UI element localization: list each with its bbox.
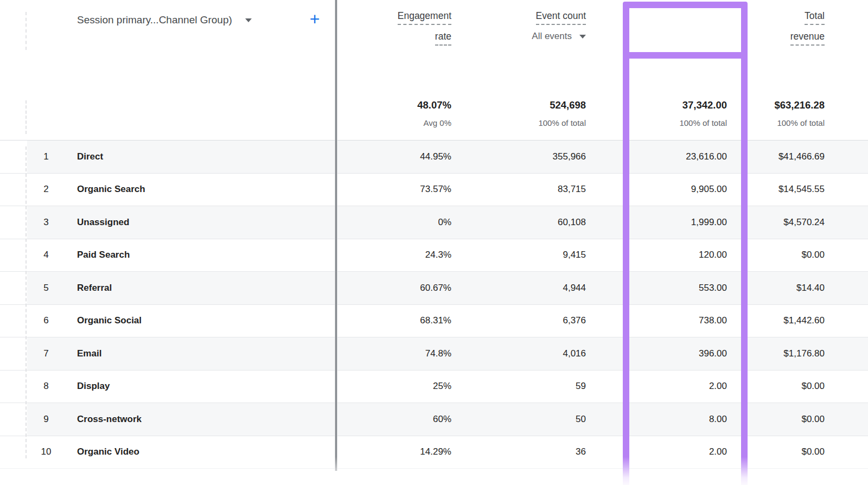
table-row: 7 Email 74.8% 4,016 396.00 $1,176.80 [0,337,868,371]
engagement-rate-cell: 14.29% [336,446,457,457]
engagement-rate-cell: 25% [336,381,457,392]
event-count-cell: 4,016 [457,348,591,359]
summary-engagement-sub: Avg 0% [424,118,451,127]
table-header-section: Session primary...Channel Group) + Engag… [0,0,868,141]
channel-cell: Direct [65,151,336,162]
channel-cell: Email [65,348,336,359]
engagement-rate-label-line2[interactable]: rate [435,31,451,46]
row-gutter [0,436,27,469]
channel-cell: Display [65,381,336,392]
event-count-filter-label[interactable]: All events [532,31,572,42]
total-revenue-cell: $14,545.55 [732,184,868,195]
event-count-filter-dropdown[interactable]: All events [532,31,586,42]
event-count-label[interactable]: Event count [536,10,586,25]
row-index: 3 [27,217,65,228]
total-revenue-cell: $1,176.80 [732,348,868,359]
table-row: 1 Direct 44.95% 355,966 23,616.00 $41,46… [0,141,868,174]
total-revenue-cell: $41,466.69 [732,151,868,162]
channel-cell: Organic Social [65,315,336,326]
table-row: 6 Organic Social 68.31% 6,376 738.00 $1,… [0,305,868,338]
channel-cell: Cross-network [65,414,336,425]
row-gutter [0,174,27,206]
key-events-cell: 8.00 [591,414,732,425]
row-gutter [0,141,27,173]
summary-event-count-sub: 100% of total [538,118,586,127]
chevron-down-icon[interactable] [720,35,727,39]
engagement-rate-label-line1[interactable]: Engagement [398,10,451,25]
event-count-cell: 355,966 [457,151,591,162]
row-index: 9 [27,414,65,425]
total-revenue-label-line1[interactable]: Total [805,10,825,25]
key-events-cell: 553.00 [591,283,732,293]
event-count-cell: 83,715 [457,184,591,195]
engagement-rate-cell: 44.95% [336,151,457,162]
summary-key-events-value: 37,342.00 [682,99,727,111]
key-events-cell: 396.00 [591,348,732,359]
chevron-down-icon[interactable] [579,35,586,39]
column-pane-divider [335,0,337,471]
table-body: 1 Direct 44.95% 355,966 23,616.00 $41,46… [0,141,868,469]
key-events-filter-label[interactable]: All events [673,31,713,42]
column-header-total-revenue: Total revenue [790,10,825,46]
row-index: 4 [27,250,65,260]
summary-total-revenue-sub: 100% of total [777,118,825,127]
key-events-cell: 1,999.00 [591,217,732,228]
table-row: 5 Referral 60.67% 4,944 553.00 $14.40 [0,272,868,305]
row-gutter [0,337,27,370]
total-revenue-cell: $0.00 [732,250,868,260]
channel-cell: Organic Video [65,446,336,457]
total-revenue-cell: $0.00 [732,414,868,425]
engagement-rate-cell: 68.31% [336,315,457,326]
total-revenue-label-line2[interactable]: revenue [790,31,825,46]
row-gutter [0,239,27,272]
event-count-cell: 50 [457,414,591,425]
row-gutter [0,272,27,304]
total-revenue-cell: $0.00 [732,446,868,457]
event-count-cell: 60,108 [457,217,591,228]
chevron-down-icon[interactable] [245,18,252,22]
dimension-label[interactable]: Session primary...Channel Group) [77,14,232,26]
add-column-button[interactable]: + [305,10,324,28]
engagement-rate-cell: 60% [336,414,457,425]
summary-key-events-sub: 100% of total [679,118,727,127]
key-events-label[interactable]: Key events [680,10,727,25]
column-header-engagement-rate: Engagement rate [398,10,451,46]
row-gutter [0,305,27,337]
row-index: 10 [27,446,65,457]
table-row: 10 Organic Video 14.29% 36 2.00 $0.00 [0,436,868,469]
event-count-cell: 6,376 [457,315,591,326]
row-index: 8 [27,381,65,392]
engagement-rate-cell: 60.67% [336,283,457,293]
cropped-edge-dash [25,100,27,134]
total-revenue-cell: $14.40 [732,283,868,293]
column-header-event-count: Event count All events [532,10,586,42]
channel-cell: Organic Search [65,184,336,195]
table-row: 2 Organic Search 73.57% 83,715 9,905.00 … [0,174,868,207]
row-index: 6 [27,315,65,326]
row-index: 5 [27,283,65,293]
summary-event-count: 524,698 100% of total [538,99,586,127]
engagement-rate-cell: 0% [336,217,457,228]
cropped-edge-dash [25,12,27,50]
key-events-cell: 738.00 [591,315,732,326]
total-revenue-cell: $1,442.60 [732,315,868,326]
summary-total-revenue: $63,216.28 100% of total [774,99,825,127]
key-events-filter-dropdown[interactable]: All events [673,31,727,42]
analytics-table-screen: Session primary...Channel Group) + Engag… [0,0,868,485]
table-row: 3 Unassigned 0% 60,108 1,999.00 $4,570.2… [0,206,868,239]
table-row: 8 Display 25% 59 2.00 $0.00 [0,371,868,404]
row-gutter [0,371,27,403]
channel-cell: Paid Search [65,250,336,260]
row-index: 1 [27,151,65,162]
summary-engagement-value: 48.07% [417,99,451,111]
event-count-cell: 36 [457,446,591,457]
table-row: 9 Cross-network 60% 50 8.00 $0.00 [0,403,868,436]
event-count-cell: 59 [457,381,591,392]
plus-icon: + [310,10,320,28]
cropped-edge-dash [25,146,27,458]
key-events-cell: 2.00 [591,446,732,457]
key-events-cell: 23,616.00 [591,151,732,162]
summary-total-revenue-value: $63,216.28 [774,99,825,111]
engagement-rate-cell: 73.57% [336,184,457,195]
dimension-dropdown[interactable]: Session primary...Channel Group) [77,11,252,29]
